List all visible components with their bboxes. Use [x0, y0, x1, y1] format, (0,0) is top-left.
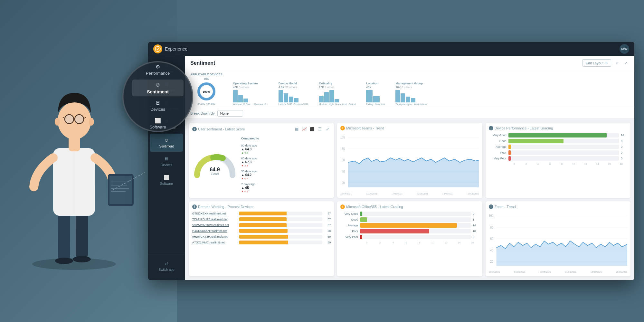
device-performance-card-title: Device Performance - Latest Grading [495, 126, 627, 130]
device-model-bars [279, 90, 308, 102]
criticality-axis-labels: MediumHighNon-criticalCritical [319, 103, 356, 105]
magnify-sentiment[interactable]: ☺ Sentiment [132, 80, 184, 96]
user-sentiment-info-icon[interactable]: i [192, 127, 197, 131]
sidebar-item-devices[interactable]: 🖥 Devices [150, 152, 183, 170]
remote-working-card-title: Remote Working - Poorest Devices [198, 205, 331, 209]
rw-row-6: A7GX1IKMC.realtimit.net 59 [192, 241, 331, 244]
device-performance-info-icon[interactable]: i [489, 126, 493, 130]
magnify-overlay: ⚙ Performance ☺ Sentiment 🖥 Devices ⬜ So… [122, 61, 193, 132]
dp-poor-fill [508, 150, 511, 155]
breakdown-select[interactable]: None [217, 110, 243, 117]
gauge-legend: Compared to 90 days ago ▲ 64.3 ▲ 0.6 60 … [241, 137, 331, 193]
svg-text:20: 20 [490, 259, 493, 263]
rw-fill-2 [239, 217, 287, 221]
dp-very-good-track [508, 133, 619, 137]
page-title: Sentiment [190, 60, 580, 66]
location-filter-group[interactable]: Location 40K FailingNew York [366, 82, 385, 105]
ms-office365-info-icon[interactable]: ! [340, 204, 345, 209]
criticality-bars [319, 90, 356, 102]
svg-text:100: 100 [340, 135, 345, 139]
o365-poor-fill [360, 229, 429, 233]
dashboard-grid: i User sentiment - Latest Score ▦ 📈 ⬛ ☰ … [185, 119, 634, 280]
magnify-devices[interactable]: 🖥 Devices [132, 98, 184, 114]
svg-text:80: 80 [342, 147, 345, 151]
zoom-chart-inner: 100 80 60 40 20 [489, 212, 627, 270]
gauge-content: 64.9 Good Compared to 90 days ago ▲ 64.3… [192, 135, 331, 195]
magnify-devices-icon: 🖥 [155, 100, 160, 106]
user-sentiment-card-title: User sentiment - Latest Score [198, 127, 292, 131]
mgmt-group-bars [395, 90, 427, 102]
svg-text:80: 80 [490, 225, 493, 229]
os-bar-2 [238, 95, 243, 102]
dm-bar-1 [279, 90, 283, 102]
zoom-card-header: i Zoom - Trend [489, 204, 627, 209]
applicable-devices-value: 40K [204, 77, 209, 80]
app-window: Experience MW ⊙ Overview ▦ Categories ⚖ … [148, 42, 634, 280]
fullscreen-button[interactable]: ⤢ [623, 60, 629, 66]
edit-layout-button[interactable]: Edit Layout ⊞ [582, 59, 611, 67]
dm-bar-4 [294, 98, 298, 102]
star-button[interactable]: ☆ [614, 60, 620, 66]
o365-good-fill [360, 217, 367, 222]
chart-type-table-icon[interactable]: ☰ [317, 126, 323, 132]
magnify-software[interactable]: ⬜ Software [132, 116, 184, 131]
o365-average-track [360, 223, 470, 228]
rw-track-2 [239, 217, 322, 221]
magnify-performance[interactable]: ⚙ Performance [132, 62, 184, 78]
remote-working-card: i Remote Working - Poorest Devices GTIS2… [189, 201, 334, 277]
ms-office365-card-header: ! Microsoft Office365 - Latest Grading [340, 204, 479, 209]
dp-very-good-fill [508, 133, 607, 137]
page-header: Sentiment Edit Layout ⊞ ☆ ⤢ [185, 56, 634, 70]
gauge-chart: 64.9 Good [192, 151, 237, 178]
device-model-filter-group[interactable]: Device Model 4.8K 37 others Latitude 749… [279, 82, 308, 105]
o365-poor-row: Poor 10 [340, 229, 479, 233]
o365-very-good-row: Very Good 0 [340, 212, 479, 216]
sidebar-item-sentiment[interactable]: ☺ Sentiment [150, 134, 183, 152]
card-expand-icon[interactable]: ⤢ [324, 126, 331, 132]
location-bars [366, 90, 385, 102]
dp-very-poor-fill [508, 156, 511, 161]
chart-type-line-icon[interactable]: 📈 [301, 126, 308, 132]
os-filter-group[interactable]: Operating System 40K 3 others Windows 10… [233, 82, 268, 105]
sidebar-item-software[interactable]: ⬜ Software [150, 171, 183, 189]
mg-bar-4 [411, 98, 415, 102]
rw-fill-6 [239, 241, 288, 244]
filter-bar: Applicable Devices 40K 100% 34,892 / 34,… [185, 70, 634, 108]
chart-type-bar-icon[interactable]: ▦ [293, 126, 300, 132]
o365-very-poor-row: Very Poor 0 [340, 235, 479, 239]
user-avatar[interactable]: MW [620, 44, 629, 54]
management-group-filter-group[interactable]: Management Group 10K 8 others Deployment… [395, 82, 427, 105]
svg-text:60: 60 [490, 237, 493, 241]
dp-very-poor-track [508, 156, 619, 161]
switch-app-label: Switch app [159, 268, 175, 272]
zoom-info-icon[interactable]: i [489, 204, 493, 209]
device-model-value: 4.8K 37 others [279, 86, 308, 89]
legend-60-days: 60 days ago ▲ 67.3 ▼ 2.4 [241, 157, 331, 167]
dp-poor-row: Poor 0 [489, 150, 627, 155]
zoom-xaxis: 19/04/2021 03/05/2021 17/05/2021 31/05/2… [489, 270, 627, 273]
ms-teams-chart-inner: 100 80 60 40 20 [340, 133, 479, 192]
applicable-devices-count: 34,892 / 34,892 [197, 102, 215, 105]
sidebar-label-sentiment: Sentiment [159, 145, 174, 148]
device-performance-card: i Device Performance - Latest Grading Ve… [486, 123, 630, 198]
criticality-filter-group[interactable]: Criticality 20K 1 other MediumHighNon-cr… [319, 82, 356, 105]
remote-working-info-icon[interactable]: i [192, 204, 197, 209]
ms-teams-card: ! Microsoft Teams - Trend 100 8 [337, 123, 482, 198]
switch-app-button[interactable]: ⇄ Switch app [150, 257, 183, 275]
app-logo [153, 44, 162, 53]
chart-type-area-icon[interactable]: ⬛ [309, 126, 315, 132]
ms-teams-info-icon[interactable]: ! [340, 126, 345, 130]
mg-bar-2 [401, 93, 405, 102]
rw-fill-4 [239, 229, 288, 233]
applicable-devices-filter[interactable]: Applicable Devices 40K 100% 34,892 / 34,… [190, 73, 223, 105]
os-bar-1 [233, 90, 238, 102]
location-value: 40K [366, 86, 385, 89]
svg-point-21 [55, 118, 60, 126]
svg-point-3 [55, 258, 73, 264]
rw-fill-1 [239, 212, 287, 215]
location-label: Location [366, 82, 385, 85]
dp-very-poor-row: Very Poor 0 [489, 156, 627, 161]
os-label: Operating System [233, 82, 268, 85]
svg-text:100%: 100% [203, 90, 210, 93]
rw-fill-5 [239, 235, 288, 239]
